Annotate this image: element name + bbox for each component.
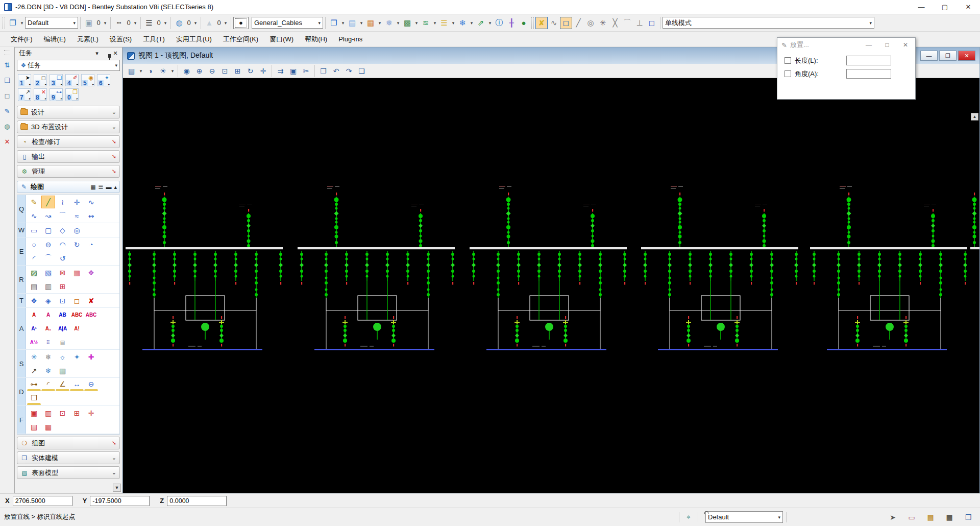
tool-icon[interactable]: A <box>27 308 41 321</box>
dialog-maximize-button[interactable]: □ <box>879 39 895 51</box>
chevron-down-icon[interactable]: ▾ <box>340 20 346 26</box>
tangent-snap-icon[interactable]: ⌒ <box>621 17 633 29</box>
chevron-down-icon[interactable]: ▾ <box>377 20 383 26</box>
tool-icon[interactable]: ∿ <box>84 196 98 208</box>
cable-filter-combo[interactable]: General_Cables▾ <box>252 17 323 29</box>
walk-icon[interactable]: ⇉ <box>274 65 287 77</box>
view-previous-icon[interactable]: ↶ <box>330 65 342 77</box>
menu-item-3[interactable]: 元素(L) <box>71 33 104 46</box>
section-设计[interactable]: 设计⌄ <box>17 106 120 118</box>
tool-icon[interactable]: A|A <box>56 322 69 335</box>
tool-icon[interactable]: ◜ <box>27 252 41 265</box>
dialog-close-button[interactable]: ✕ <box>898 39 913 51</box>
quick-task-button-2[interactable]: ◻2▸ <box>34 74 47 86</box>
tool-icon[interactable]: ABC <box>84 308 98 321</box>
tool-icon[interactable]: ⊠ <box>56 266 69 279</box>
drawing-boundary-icon[interactable]: ▦ <box>364 17 377 29</box>
tool-icon[interactable]: ❖ <box>27 294 41 307</box>
zoom-in-icon[interactable]: ⊕ <box>193 65 206 77</box>
quick-task-button-6[interactable]: ✦6▸ <box>97 74 110 86</box>
tool-icon[interactable]: ⌒ <box>56 209 69 222</box>
view-restore-button[interactable]: ❐ <box>939 51 957 61</box>
chevron-down-icon[interactable]: ▾ <box>169 68 176 74</box>
section-表面模型[interactable]: ▧表面模型⌄ <box>17 466 120 479</box>
tool-icon[interactable]: ▦ <box>56 364 69 377</box>
tool-icon[interactable]: ✦ <box>70 350 84 363</box>
tool-icon[interactable]: ⊞ <box>70 407 84 419</box>
tool-icon[interactable]: ✎ <box>27 196 41 208</box>
close-button[interactable]: ✕ <box>957 0 980 14</box>
reference-icon[interactable]: ❅ <box>383 17 395 29</box>
tool-icon[interactable]: ◔ <box>84 238 98 251</box>
tool-icon[interactable]: ◜ <box>41 378 55 391</box>
menu-item-5[interactable]: 工具(T) <box>137 33 170 46</box>
tool-icon[interactable]: ▤ <box>56 336 69 349</box>
fence-mode-icon[interactable]: ▭ <box>904 513 919 521</box>
fit-view-icon[interactable]: ⊞ <box>231 65 244 77</box>
quick-task-button-9[interactable]: ⊶9▸ <box>50 88 63 101</box>
line-style-icon[interactable]: ┅ <box>113 17 125 29</box>
chevron-down-icon[interactable]: ▾ <box>102 20 108 26</box>
task-panel-menu-caret-icon[interactable]: ▾ <box>92 50 102 57</box>
active-point-button[interactable]: ● <box>233 17 249 29</box>
length-checkbox[interactable] <box>785 57 791 64</box>
tool-icon[interactable]: ↭ <box>84 209 98 222</box>
quick-task-button-8[interactable]: ✕8▸ <box>34 88 47 101</box>
sheet-icon[interactable]: ▤ <box>346 17 358 29</box>
layout-panel-icon[interactable]: ▬ <box>106 184 111 190</box>
tool-icon[interactable]: ○ <box>27 238 41 251</box>
section-组图[interactable]: ❍组图➘ <box>17 437 120 449</box>
units-icon[interactable]: ▤ <box>923 513 938 521</box>
menu-item-9[interactable]: 帮助(H) <box>299 33 333 46</box>
dock-delete-icon[interactable]: ✕ <box>2 136 13 147</box>
tool-icon[interactable]: ↔ <box>70 378 84 391</box>
chevron-down-icon[interactable]: ▾ <box>469 20 475 26</box>
section-检查/修订[interactable]: ◔检查/修订➘ <box>17 135 120 148</box>
info-icon[interactable]: ⓘ <box>493 17 505 29</box>
menu-item-7[interactable]: 工作空间(K) <box>217 33 264 46</box>
tool-icon[interactable]: ▦ <box>70 266 84 279</box>
zoom-out-icon[interactable]: ⊖ <box>206 65 218 77</box>
chevron-down-icon[interactable]: ▾ <box>138 68 144 74</box>
chevron-down-icon[interactable]: ▾ <box>450 20 456 26</box>
chevron-down-icon[interactable]: ▾ <box>162 20 168 26</box>
canvas-scroll-up-button[interactable]: ▲ <box>971 113 978 121</box>
camera-settings-icon[interactable]: ▣ <box>287 65 300 77</box>
color-icon[interactable]: ▣ <box>83 17 95 29</box>
level-manager-icon[interactable]: ≋ <box>420 17 432 29</box>
view-magnify-icon[interactable]: ◉ <box>180 65 193 77</box>
dock-annotate-icon[interactable]: ✎ <box>2 105 13 116</box>
chevron-down-icon[interactable]: ▾ <box>358 20 364 26</box>
center-snap-icon[interactable]: ✳ <box>597 17 609 29</box>
tool-icon[interactable]: ▣ <box>27 407 41 419</box>
panel-scroll-down-button[interactable]: ▼ <box>113 484 121 492</box>
pan-view-icon[interactable]: ✛ <box>257 65 270 77</box>
drawing-canvas[interactable]: ▲ <box>123 78 979 493</box>
dock-fence-icon[interactable]: ◻ <box>2 90 13 101</box>
task-panel-header[interactable]: 任务 ▾ ✕ <box>15 47 122 59</box>
menu-item-10[interactable]: Plug-ins <box>333 33 368 45</box>
section-实体建模[interactable]: ❒实体建模⌄ <box>17 451 120 464</box>
markup-icon[interactable]: ╂ <box>505 17 518 29</box>
tool-icon[interactable]: ◎ <box>70 224 84 236</box>
chevron-down-icon[interactable]: ▾ <box>487 20 493 26</box>
quick-task-button-5[interactable]: ◉5▸ <box>81 74 94 86</box>
perpendicular-snap-icon[interactable]: ⊥ <box>633 17 646 29</box>
tool-icon[interactable]: ⊖ <box>84 378 98 391</box>
z-coordinate-input[interactable] <box>167 496 227 506</box>
tool-icon[interactable]: ✛ <box>84 407 98 419</box>
tool-icon[interactable]: ☼ <box>56 350 69 363</box>
accusnap-status-icon[interactable]: ⌖ <box>682 513 695 521</box>
tool-icon[interactable]: ↝ <box>41 209 55 222</box>
quick-task-button-3[interactable]: ❏3▸ <box>50 74 63 86</box>
line-mode-combo[interactable]: 单线模式▾ <box>663 17 874 29</box>
tool-icon[interactable]: ▤ <box>27 280 41 293</box>
tool-icon[interactable]: ❄ <box>41 364 55 377</box>
models-icon[interactable]: ❒ <box>328 17 340 29</box>
section-管理[interactable]: ⚙管理➘ <box>17 165 120 178</box>
tool-icon[interactable]: ↻ <box>70 238 84 251</box>
tool-icon[interactable]: A! <box>70 322 84 335</box>
tool-icon[interactable]: ⌒ <box>41 252 55 265</box>
section-3D 布置设计[interactable]: 3D 布置设计⌄ <box>17 121 120 133</box>
chevron-down-icon[interactable]: ▾ <box>132 20 138 26</box>
